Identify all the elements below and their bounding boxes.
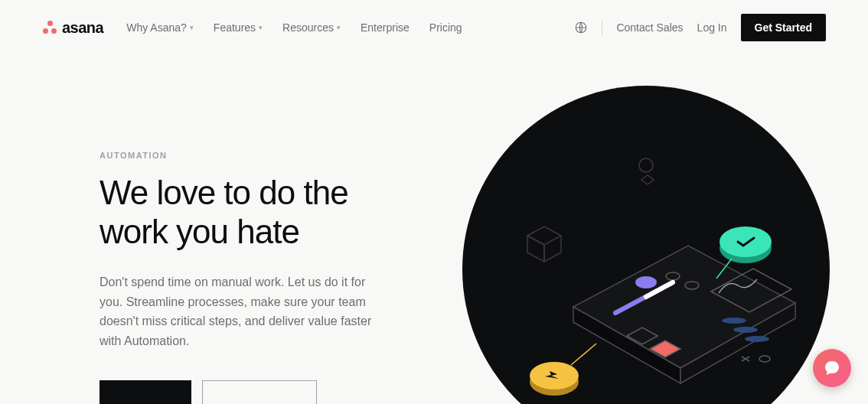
nav-link-label: Resources xyxy=(282,21,334,34)
nav-right: Contact Sales Log In Get Started xyxy=(574,14,826,41)
svg-point-6 xyxy=(733,327,758,333)
svg-point-7 xyxy=(745,336,769,342)
chat-icon xyxy=(823,359,841,377)
hero-text: AUTOMATION We love to do the work you ha… xyxy=(100,116,375,404)
login-link[interactable]: Log In xyxy=(697,21,727,34)
secondary-cta-button[interactable] xyxy=(202,380,317,404)
svg-point-2 xyxy=(635,276,657,288)
svg-line-14 xyxy=(571,344,596,365)
logo-text: asana xyxy=(62,19,103,37)
cta-row xyxy=(100,380,375,404)
nav-links: Why Asana? ▾ Features ▾ Resources ▾ Ente… xyxy=(126,21,462,34)
nav-features[interactable]: Features ▾ xyxy=(214,21,263,34)
logo-icon xyxy=(42,20,57,35)
nav-enterprise[interactable]: Enterprise xyxy=(361,21,410,34)
chevron-down-icon: ▾ xyxy=(259,24,263,31)
nav-link-label: Enterprise xyxy=(361,21,410,34)
nav-link-label: Features xyxy=(214,21,256,34)
svg-point-13 xyxy=(530,362,579,389)
nav-why-asana[interactable]: Why Asana? ▾ xyxy=(126,21,194,34)
chat-widget-button[interactable] xyxy=(813,349,851,387)
globe-icon[interactable] xyxy=(574,21,588,34)
nav-pricing[interactable]: Pricing xyxy=(429,21,462,34)
chevron-down-icon: ▾ xyxy=(190,24,194,31)
get-started-button[interactable]: Get Started xyxy=(741,14,826,41)
logo[interactable]: asana xyxy=(42,19,103,37)
hero-subhead: Don't spend time on manual work. Let us … xyxy=(100,272,375,350)
hero-headline: We love to do the work you hate xyxy=(100,174,375,251)
hero-section: AUTOMATION We love to do the work you ha… xyxy=(0,116,868,404)
top-nav: asana Why Asana? ▾ Features ▾ Resources … xyxy=(0,0,868,55)
svg-point-8 xyxy=(759,356,770,362)
svg-point-5 xyxy=(722,318,746,324)
nav-resources[interactable]: Resources ▾ xyxy=(282,21,341,34)
hero-illustration: Mail xyxy=(462,86,830,404)
nav-link-label: Pricing xyxy=(429,21,462,34)
nav-divider xyxy=(602,20,602,35)
nav-link-label: Why Asana? xyxy=(126,21,187,34)
svg-point-10 xyxy=(720,226,772,257)
hero-eyebrow: AUTOMATION xyxy=(100,151,375,160)
automation-illustration xyxy=(485,138,807,404)
svg-point-1 xyxy=(639,158,653,172)
primary-cta-button[interactable] xyxy=(100,380,191,404)
contact-sales-link[interactable]: Contact Sales xyxy=(616,21,683,34)
chevron-down-icon: ▾ xyxy=(337,24,341,31)
